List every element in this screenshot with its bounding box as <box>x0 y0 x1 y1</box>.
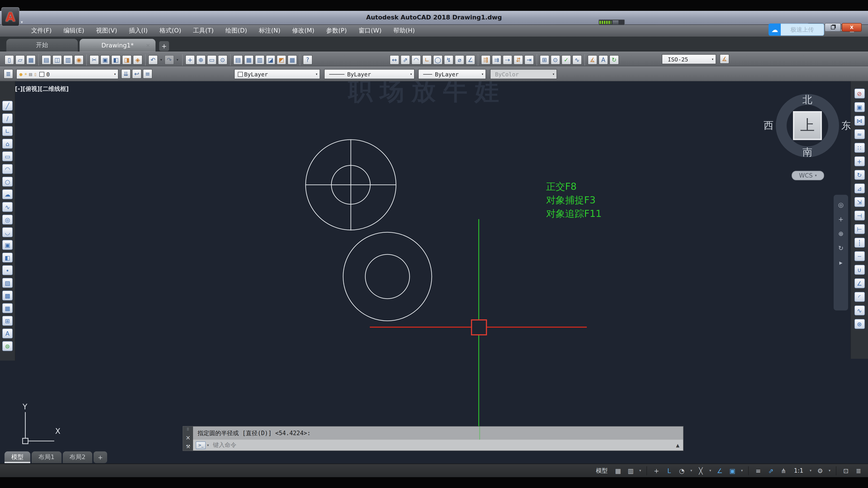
arc-length-dimension-icon[interactable]: ◠ <box>411 55 421 65</box>
menu-item-10[interactable]: 窗口(W) <box>352 27 388 35</box>
revision-cloud-icon[interactable]: ☁ <box>2 189 13 199</box>
undo-icon[interactable]: ↶ <box>148 55 158 65</box>
linear-dimension-icon[interactable]: ↔ <box>390 55 399 65</box>
quickcalc-icon[interactable]: ▦ <box>287 55 297 65</box>
circle-icon[interactable]: ○ <box>2 177 13 187</box>
jogged-linear-icon[interactable]: ∿ <box>572 55 582 65</box>
menu-item-8[interactable]: 修改(M) <box>286 27 320 35</box>
properties-palette-icon[interactable]: ▤ <box>233 55 243 65</box>
offset-icon[interactable]: ≈ <box>854 129 865 139</box>
paste-icon[interactable]: ◧ <box>111 55 121 65</box>
tab-layout1[interactable]: 布局1 <box>32 451 61 463</box>
viewport-controls[interactable]: [-][俯视][二维线框] <box>15 85 69 93</box>
isodraft-caret-icon[interactable]: ▾ <box>708 466 712 476</box>
command-expand-icon[interactable]: ▲ <box>676 443 680 448</box>
tab-start[interactable]: 开始 <box>6 39 78 52</box>
copy-icon[interactable]: ▣ <box>854 102 865 112</box>
command-drag-handle[interactable]: ⠿ <box>186 427 190 431</box>
zoom-window-icon[interactable]: ▭ <box>207 55 217 65</box>
designcenter-icon[interactable]: ▦ <box>244 55 254 65</box>
trim-icon[interactable]: ⊣ <box>854 210 865 221</box>
menu-item-11[interactable]: 帮助(H) <box>388 27 421 35</box>
fillet-icon[interactable]: ◜ <box>854 292 865 302</box>
layer-dropdown[interactable]: ●☀▤▯ 0 ▾ <box>16 69 119 79</box>
save-icon[interactable]: ▦ <box>26 55 36 65</box>
snap-caret-icon[interactable]: ▾ <box>638 466 642 476</box>
markup-icon[interactable]: ◩ <box>277 55 286 65</box>
menu-item-9[interactable]: 参数(P) <box>320 27 352 35</box>
dimension-text-edit-icon[interactable]: A <box>598 55 608 65</box>
polygon-icon[interactable]: ⌂ <box>2 139 13 149</box>
orbit-tool-icon[interactable]: ↻ <box>838 245 843 252</box>
block-editor-icon[interactable]: ◈ <box>133 55 143 65</box>
title-bar[interactable]: Autodesk AutoCAD 2018 Drawing1.dwg ▯▱▦▧▤… <box>0 11 868 25</box>
full-navigation-wheel-icon[interactable]: ◎ <box>838 201 844 208</box>
stretch-icon[interactable]: ⇲ <box>854 197 865 207</box>
polar-caret-icon[interactable]: ▾ <box>689 466 693 476</box>
cut-icon[interactable]: ✂ <box>90 55 99 65</box>
undo-caret-icon[interactable]: ▾ <box>159 55 163 65</box>
batch-plot-icon[interactable]: ◉ <box>74 55 84 65</box>
join-icon[interactable]: ∪ <box>854 265 865 275</box>
dynamic-input-icon[interactable]: + <box>651 466 661 476</box>
restore-button[interactable] <box>825 23 841 32</box>
isometric-drafting-icon[interactable]: ╳ <box>696 466 706 476</box>
ellipse-arc-icon[interactable]: ◡ <box>2 227 13 237</box>
osnap-caret-icon[interactable]: ▾ <box>740 466 744 476</box>
chamfer-icon[interactable]: ∠ <box>854 278 865 288</box>
menu-item-4[interactable]: 格式(O) <box>153 27 187 35</box>
ortho-mode-icon[interactable]: L <box>664 466 674 476</box>
menu-item-0[interactable]: 文件(F) <box>25 27 58 35</box>
netdisk-upload-badge[interactable]: ☁ 极速上传 <box>769 24 824 36</box>
line-icon[interactable]: ╱ <box>2 101 13 111</box>
layer-color-chip[interactable] <box>39 72 44 76</box>
mirror-icon[interactable]: ⋈ <box>854 116 865 126</box>
spline-icon[interactable]: ∿ <box>2 202 13 212</box>
sheetset-manager-icon[interactable]: ◪ <box>266 55 275 65</box>
tab-drawing1[interactable]: Drawing1* × <box>80 39 156 52</box>
match-properties-icon[interactable]: ◨ <box>122 55 131 65</box>
dimension-edit-icon[interactable]: ∡ <box>588 55 597 65</box>
command-input-row[interactable]: >_ ▾ 键入命令 ▲ <box>193 440 683 451</box>
workspace-caret-icon[interactable]: ▾ <box>828 466 831 476</box>
layer-freeze-icon[interactable]: ☀ <box>24 71 27 77</box>
viewcube-top-face[interactable]: 上 <box>793 111 822 140</box>
menu-item-1[interactable]: 编辑(E) <box>58 27 90 35</box>
tolerance-icon[interactable]: ⊞ <box>540 55 549 65</box>
viewcube-north[interactable]: 北 <box>802 93 812 107</box>
customization-icon[interactable]: ≣ <box>854 466 864 476</box>
region-icon[interactable]: ▦ <box>2 303 13 313</box>
object-snap-icon[interactable]: ▣ <box>727 466 737 476</box>
showmotion-icon[interactable]: ▸ <box>839 259 842 266</box>
jogged-dimension-icon[interactable]: ↯ <box>444 55 454 65</box>
erase-icon[interactable]: ⊘ <box>854 89 865 98</box>
model-space-button[interactable]: 模型 <box>593 466 610 476</box>
help-icon[interactable]: ? <box>303 55 312 65</box>
dimension-break-icon[interactable]: ⇥ <box>524 55 534 65</box>
grid-display-icon[interactable]: ▦ <box>613 466 623 476</box>
tool-palettes-icon[interactable]: ▥ <box>255 55 265 65</box>
workspace-switching-icon[interactable]: ⚙ <box>815 466 825 476</box>
rectangle-icon[interactable]: ▭ <box>2 151 13 161</box>
move-icon[interactable]: + <box>854 156 865 166</box>
measure-icon[interactable]: ⊚ <box>2 341 13 351</box>
command-window[interactable]: ⠿ × ⚒ 指定圆的半径或 [直径(D)] <54.4224>: >_ ▾ 键入… <box>183 426 684 451</box>
dimension-update-icon[interactable]: ↻ <box>610 55 619 65</box>
zoom-realtime-icon[interactable]: ⊕ <box>196 55 206 65</box>
scale-icon[interactable]: ⊿ <box>854 184 865 193</box>
color-dropdown[interactable]: ByLayer ▾ <box>234 69 320 79</box>
radius-dimension-icon[interactable]: ◯ <box>433 55 442 65</box>
mtext-icon[interactable]: A <box>2 328 13 338</box>
continue-dimension-icon[interactable]: ⇢ <box>503 55 512 65</box>
command-close-icon[interactable]: × <box>186 434 191 441</box>
new-layout-button[interactable]: + <box>94 451 107 463</box>
lineweight-dropdown[interactable]: ByLayer ▾ <box>418 69 486 79</box>
zoom-tool-icon[interactable]: ⊕ <box>838 230 843 237</box>
break-at-point-icon[interactable]: ┆ <box>854 238 865 248</box>
dimension-space-icon[interactable]: ⇵ <box>514 55 523 65</box>
gradient-icon[interactable]: ▩ <box>2 291 13 300</box>
polyline-icon[interactable]: ∟ <box>2 126 13 136</box>
command-recent-caret-icon[interactable]: ▾ <box>207 443 209 447</box>
application-menu-button[interactable]: A <box>1 7 20 26</box>
publish-icon[interactable]: ▥ <box>63 55 73 65</box>
